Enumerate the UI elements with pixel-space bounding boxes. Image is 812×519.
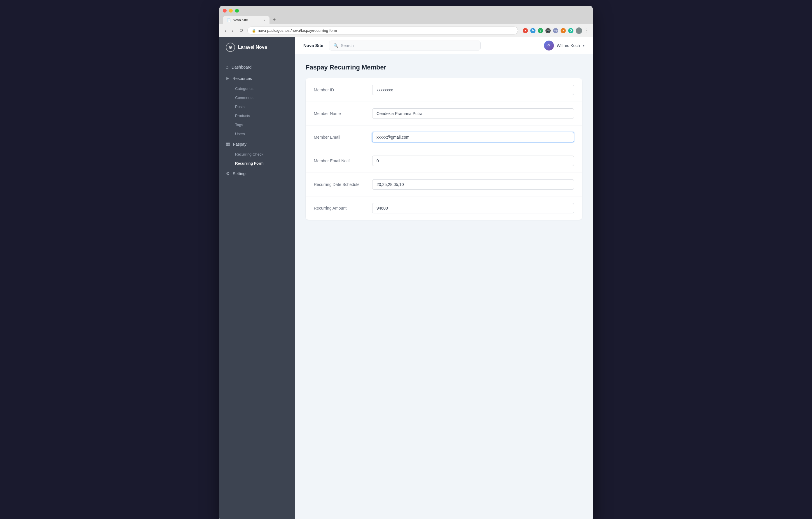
sidebar-item-recurring-form[interactable]: Recurring Form [219, 159, 295, 168]
field-member-email [372, 132, 574, 142]
user-area[interactable]: ⟳ Wilfred Koch ▾ [544, 40, 584, 51]
lock-icon: 🔒 [252, 29, 256, 33]
search-icon: 🔍 [334, 43, 338, 48]
dashboard-icon: ⌂ [226, 64, 229, 70]
sidebar-item-dashboard-label: Dashboard [232, 65, 252, 70]
settings-icon: ⚙ [226, 171, 230, 176]
close-button[interactable] [223, 9, 227, 12]
label-member-email: Member Email [314, 132, 372, 139]
new-tab-button[interactable]: + [270, 15, 279, 24]
browser-toolbar: ‹ › ↺ 🔒 nova-packages.test/nova/faspay/r… [219, 24, 593, 37]
search-bar[interactable]: 🔍 Search [329, 40, 481, 51]
extension-7-icon[interactable]: G [568, 28, 573, 33]
tab-close-button[interactable]: × [264, 18, 265, 22]
browser-tabs: 📄 Nova Site × + [223, 15, 589, 24]
sidebar-resources-label: Resources [232, 76, 252, 81]
sidebar-item-posts[interactable]: Posts [219, 102, 295, 111]
label-member-email-notif: Member Email Notif [314, 156, 372, 163]
site-name: Nova Site [303, 43, 323, 48]
sidebar-item-categories[interactable]: Categories [219, 84, 295, 93]
minimize-button[interactable] [229, 9, 233, 12]
input-member-name[interactable] [372, 108, 574, 119]
resources-icon: ⊞ [226, 76, 230, 81]
forward-button[interactable]: › [230, 27, 235, 34]
app-name: Laravel Nova [238, 45, 267, 50]
chevron-down-icon: ▾ [583, 44, 584, 48]
form-row-member-email: Member Email [306, 126, 582, 149]
label-member-id: Member ID [314, 85, 372, 92]
sidebar-item-dashboard[interactable]: ⌂ Dashboard [219, 62, 295, 73]
extension-6-icon[interactable]: ● [560, 28, 566, 33]
sidebar-faspay-label: Faspay [233, 142, 246, 146]
address-text: nova-packages.test/nova/faspay/recurring… [258, 28, 337, 33]
back-button[interactable]: ‹ [223, 27, 228, 34]
page-title: Faspay Recurring Member [306, 64, 582, 71]
user-avatar: ⟳ [544, 40, 554, 51]
input-member-email-notif[interactable] [372, 156, 574, 166]
browser-user-avatar[interactable] [576, 27, 582, 34]
sidebar: ⊙ Laravel Nova ⌂ Dashboard ⊞ Resources C… [219, 37, 295, 519]
browser-menu-icon[interactable]: ⋮ [584, 28, 589, 33]
form-row-recurring-amount: Recurring Amount [306, 196, 582, 220]
sidebar-item-settings[interactable]: ⚙ Settings [219, 168, 295, 179]
field-member-email-notif [372, 156, 574, 166]
extension-2-icon[interactable]: ✎ [530, 28, 535, 33]
address-bar[interactable]: 🔒 nova-packages.test/nova/faspay/recurri… [247, 27, 518, 34]
input-recurring-date-schedule[interactable] [372, 179, 574, 190]
field-recurring-amount [372, 203, 574, 213]
tab-title: Nova Site [233, 18, 248, 22]
form-card: Member ID Member Name Memb [306, 78, 582, 220]
field-recurring-date-schedule [372, 179, 574, 190]
tab-icon: 📄 [227, 18, 231, 22]
main-content: Nova Site 🔍 Search ⟳ Wilfred Koch ▾ Fasp… [295, 37, 593, 519]
label-recurring-amount: Recurring Amount [314, 203, 372, 211]
browser-controls [223, 9, 589, 12]
sidebar-section-faspay[interactable]: ▦ Faspay [219, 138, 295, 150]
input-member-email[interactable] [372, 132, 574, 142]
sidebar-settings-label: Settings [233, 171, 248, 176]
sidebar-item-recurring-check[interactable]: Recurring Check [219, 150, 295, 159]
field-member-name [372, 108, 574, 119]
sidebar-item-tags[interactable]: Tags [219, 120, 295, 129]
sidebar-item-comments[interactable]: Comments [219, 93, 295, 102]
sidebar-section-resources[interactable]: ⊞ Resources [219, 73, 295, 84]
form-row-recurring-date-schedule: Recurring Date Schedule [306, 173, 582, 196]
label-recurring-date-schedule: Recurring Date Schedule [314, 179, 372, 187]
maximize-button[interactable] [235, 9, 239, 12]
search-placeholder-text: Search [341, 43, 353, 48]
sidebar-logo: ⊙ Laravel Nova [219, 37, 295, 58]
user-name: Wilfred Koch [557, 43, 580, 48]
browser-tab-active[interactable]: 📄 Nova Site × [223, 16, 269, 24]
field-member-id [372, 85, 574, 95]
extension-3-icon[interactable]: V [538, 28, 543, 33]
form-row-member-email-notif: Member Email Notif [306, 149, 582, 173]
form-row-member-id: Member ID [306, 78, 582, 102]
browser-titlebar: 📄 Nova Site × + [219, 6, 593, 24]
logo-icon: ⊙ [226, 43, 235, 52]
form-row-member-name: Member Name [306, 102, 582, 126]
label-member-name: Member Name [314, 108, 372, 116]
top-bar: Nova Site 🔍 Search ⟳ Wilfred Koch ▾ [295, 37, 593, 54]
extensions-area: ● ✎ V 📷 php ● G ⋮ [523, 27, 589, 34]
input-member-id[interactable] [372, 85, 574, 95]
app-layout: ⊙ Laravel Nova ⌂ Dashboard ⊞ Resources C… [219, 37, 593, 519]
extension-4-icon[interactable]: 📷 [545, 28, 551, 33]
sidebar-item-users[interactable]: Users [219, 129, 295, 138]
sidebar-item-products[interactable]: Products [219, 111, 295, 120]
extension-5-icon[interactable]: php [553, 28, 558, 33]
browser-window: 📄 Nova Site × + ‹ › ↺ 🔒 nova-packages.te… [219, 6, 593, 519]
sidebar-nav: ⌂ Dashboard ⊞ Resources Categories Comme… [219, 58, 295, 519]
page-content: Faspay Recurring Member Member ID Member… [295, 54, 593, 519]
input-recurring-amount[interactable] [372, 203, 574, 213]
faspay-icon: ▦ [226, 141, 230, 147]
extension-1-icon[interactable]: ● [523, 28, 528, 33]
refresh-button[interactable]: ↺ [238, 27, 245, 34]
